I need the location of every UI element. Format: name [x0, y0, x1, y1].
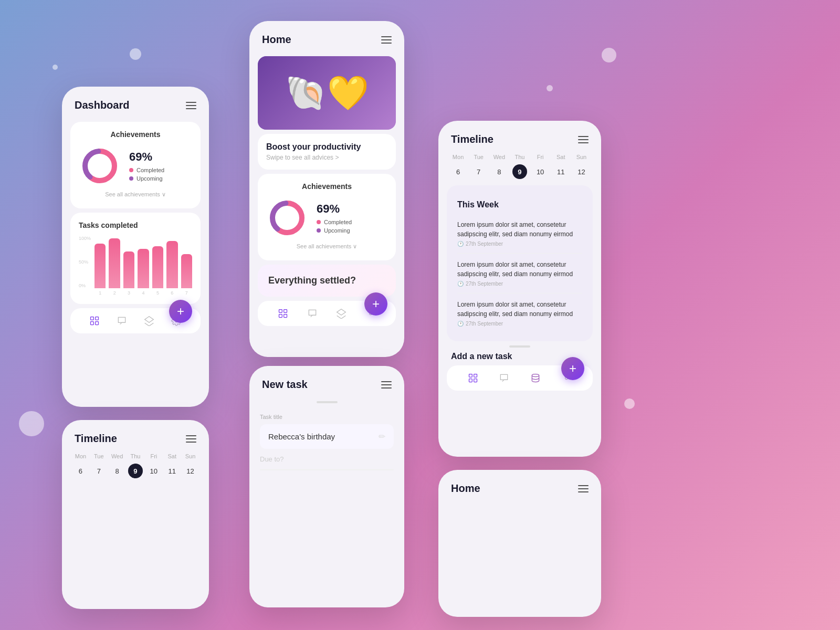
timeline-right-hamburger[interactable]: [578, 136, 589, 143]
achievements-legend: Completed Upcoming: [129, 167, 164, 182]
hamburger-menu[interactable]: [186, 435, 196, 443]
completed-dot: [129, 168, 133, 172]
task-title-value: Rebecca's birthday: [268, 432, 335, 441]
home-br-hamburger[interactable]: [578, 485, 589, 492]
home-achievements: Achievements 69% Completed: [258, 174, 396, 260]
home-bottom-nav: +: [258, 301, 396, 326]
chat-icon[interactable]: [117, 316, 127, 326]
upcoming-label: Upcoming: [136, 175, 163, 182]
home-banner: 🐚💛: [258, 56, 396, 130]
decorative-dot: [19, 411, 44, 436]
home-achievement-percent: 69%: [317, 202, 352, 216]
layers-icon[interactable]: [144, 316, 154, 326]
decorative-dot: [602, 48, 616, 62]
svg-rect-12: [284, 310, 287, 313]
settled-title: Everything settled?: [268, 275, 385, 286]
task-title-label: Task title: [260, 414, 394, 420]
dashboard-card: Dashboard Achievements 69% Completed: [62, 87, 209, 407]
grid-icon[interactable]: [89, 316, 100, 326]
decorative-dot: [130, 48, 141, 60]
svg-rect-5: [91, 322, 94, 325]
upcoming-dot: [129, 176, 133, 181]
svg-point-20: [532, 374, 539, 377]
boost-card: Boost your productivity Swipe to see all…: [258, 134, 396, 170]
tasks-title: Tasks completed: [79, 221, 192, 229]
timeline-date-3: 🕐 27th September: [457, 321, 582, 327]
bar-y-labels: 100% 50% 0%: [79, 236, 91, 288]
timeline-fab[interactable]: +: [561, 357, 584, 380]
home-upcoming-label: Upcoming: [324, 227, 350, 234]
svg-rect-3: [91, 317, 94, 320]
newtask-form: Task title Rebecca's birthday ✏ Due to?: [249, 407, 404, 477]
bar-3: [123, 251, 134, 288]
home-achievements-content: 69% Completed Upcoming: [266, 197, 387, 239]
svg-rect-4: [96, 317, 99, 320]
bar-7: [181, 254, 192, 288]
home-donut-chart: [266, 197, 308, 239]
svg-rect-16: [469, 374, 472, 377]
banner-icon: 🐚💛: [285, 76, 369, 110]
donut-chart: [79, 145, 121, 187]
due-to-label: Due to?: [260, 449, 394, 465]
timeline-chat-icon[interactable]: [499, 373, 509, 383]
svg-rect-17: [474, 374, 477, 377]
edit-icon: ✏: [379, 432, 385, 442]
divider: [260, 469, 394, 470]
svg-rect-11: [279, 310, 282, 313]
bar-x-labels: 1 2 3 4 5 6 7: [79, 290, 192, 296]
bar-4: [138, 249, 149, 288]
timeline-text-3: Lorem ipsum dolor sit amet, consetetur s…: [457, 300, 582, 319]
home-bottom-right-card: Home: [438, 470, 601, 617]
home-see-all-achievements[interactable]: See all achievements ∨: [266, 239, 387, 252]
newtask-card: New task Task title Rebecca's birthday ✏…: [249, 366, 404, 607]
bar-1: [94, 244, 106, 288]
clock-icon-3: 🕐: [457, 321, 464, 327]
this-week-title: This Week: [457, 194, 582, 214]
timeline-scroll-indicator: [509, 345, 530, 348]
home-upcoming-dot: [317, 228, 321, 233]
achievement-percent: 69%: [129, 150, 164, 164]
hamburger-menu[interactable]: [186, 102, 196, 109]
this-week-section: This Week Lorem ipsum dolor sit amet, co…: [447, 185, 593, 341]
legend-upcoming: Upcoming: [129, 175, 164, 182]
timeline-right-title: Timeline: [451, 133, 494, 145]
bar-chart: 100% 50% 0%: [79, 236, 192, 288]
home-chat-icon[interactable]: [307, 308, 318, 319]
add-task-label: Add a new task: [451, 352, 512, 361]
home-fab[interactable]: +: [364, 292, 387, 316]
task-title-input[interactable]: Rebecca's birthday ✏: [260, 424, 394, 449]
timeline-bottom-nav: +: [447, 365, 593, 391]
timeline-date-2: 🕐 27th September: [457, 281, 582, 287]
achievements-content: 69% Completed Upcoming: [79, 145, 192, 187]
home-layers-icon[interactable]: [336, 308, 346, 319]
home-br-title: Home: [451, 482, 480, 495]
newtask-title: New task: [262, 379, 308, 391]
decorative-dot: [624, 398, 635, 409]
see-all-achievements[interactable]: See all achievements ∨: [79, 187, 192, 200]
home-card: Home 🐚💛 Boost your productivity Swipe to…: [249, 21, 404, 357]
home-completed-label: Completed: [324, 219, 352, 225]
dashboard-fab[interactable]: +: [169, 300, 192, 323]
bar-5: [152, 246, 163, 288]
newtask-hamburger[interactable]: [381, 381, 392, 388]
timeline-right-card: Timeline Mon Tue Wed Thu Fri Sat Sun 6 7…: [438, 121, 601, 457]
timeline-date-1: 🕐 27th September: [457, 241, 582, 247]
timeline-db-icon[interactable]: [530, 373, 541, 383]
achievements-title: Achievements: [79, 130, 192, 139]
achievements-stats: 69% Completed Upcoming: [129, 150, 164, 182]
timeline-item-3: Lorem ipsum dolor sit amet, consetetur s…: [457, 293, 582, 333]
dashboard-bottom-nav: +: [70, 308, 201, 333]
home-grid-icon[interactable]: [278, 308, 288, 319]
timeline-item-1: Lorem ipsum dolor sit amet, consetetur s…: [457, 214, 582, 254]
completed-label: Completed: [136, 167, 164, 173]
newtask-header: New task: [249, 366, 404, 397]
home-achievements-legend: Completed Upcoming: [317, 219, 352, 234]
achievements-widget: Achievements 69% Completed: [70, 122, 201, 208]
timeline-bl-title: Timeline: [75, 433, 117, 445]
scroll-indicator: [317, 401, 338, 403]
dashboard-header: Dashboard: [62, 87, 209, 118]
home-hamburger[interactable]: [381, 36, 392, 44]
timeline-grid-icon[interactable]: [468, 373, 478, 383]
svg-rect-18: [469, 379, 472, 382]
timeline-bottom-left-card: Timeline Mon Tue Wed Thu Fri Sat Sun 6 7…: [62, 420, 209, 609]
